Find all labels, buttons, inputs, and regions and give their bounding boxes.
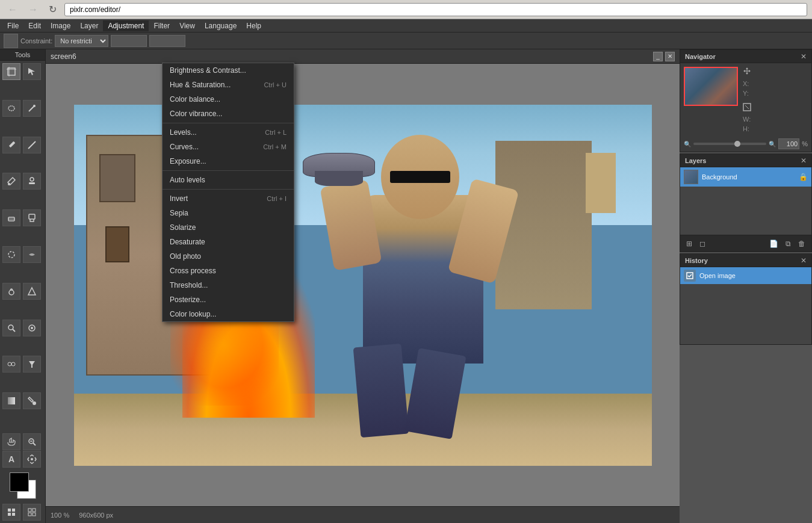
- navigator-panel: Navigator ✕: [680, 49, 812, 152]
- app-wrapper: ← → ↻ File Edit Image Layer Adjustment F…: [0, 0, 812, 523]
- menu-brightness-contrast[interactable]: Brightness & Contrast...: [163, 63, 294, 78]
- tool-grid1[interactable]: [2, 504, 20, 521]
- swatch-pair[interactable]: [10, 472, 36, 499]
- canvas-minimize-button[interactable]: _: [653, 52, 663, 61]
- layers-duplicate-button[interactable]: ⧉: [783, 238, 793, 249]
- menu-auto-levels[interactable]: Auto levels: [163, 173, 294, 187]
- menu-old-photo[interactable]: Old photo: [163, 249, 294, 264]
- menu-edit[interactable]: Edit: [23, 20, 46, 31]
- menu-invert[interactable]: Invert Ctrl + I: [163, 191, 294, 206]
- tool-triangle[interactable]: [23, 283, 41, 300]
- menu-layer[interactable]: Layer: [75, 20, 103, 31]
- menu-hue-saturation[interactable]: Hue & Saturation... Ctrl + U: [163, 78, 294, 92]
- layer-name: Background: [702, 173, 795, 181]
- layers-toolbar: ⊞ ◻ 📄 ⧉ 🗑: [680, 235, 811, 252]
- menu-adjustment[interactable]: Adjustment: [103, 20, 149, 31]
- refresh-button[interactable]: ↻: [46, 2, 60, 16]
- svg-point-15: [8, 252, 14, 258]
- tool-wand[interactable]: [23, 100, 41, 117]
- menu-color-lookup[interactable]: Color lookup...: [163, 307, 294, 321]
- svg-rect-37: [28, 513, 31, 516]
- layers-close-button[interactable]: ✕: [801, 156, 807, 165]
- menu-exposure[interactable]: Exposure...: [163, 154, 294, 169]
- tool-grid2[interactable]: [23, 504, 41, 521]
- scene-vehicle: [303, 153, 375, 195]
- menu-help[interactable]: Help: [241, 20, 266, 31]
- width-input[interactable]: [111, 35, 147, 47]
- menu-filter[interactable]: Filter: [149, 20, 175, 31]
- svg-line-5: [29, 107, 34, 111]
- canvas-titlebar: screen6 _ ✕: [46, 49, 680, 64]
- menu-color-balance[interactable]: Color balance...: [163, 92, 294, 107]
- foreground-color-swatch[interactable]: [10, 472, 29, 492]
- separator-2: [163, 170, 294, 171]
- tool-paint[interactable]: [23, 209, 41, 226]
- tool-redeye[interactable]: [2, 356, 20, 373]
- layer-lock-icon: 🔒: [799, 173, 808, 181]
- tool-brush[interactable]: [2, 173, 20, 190]
- canvas-close-button[interactable]: ✕: [665, 52, 675, 61]
- menu-threshold[interactable]: Threshold...: [163, 278, 294, 292]
- height-input[interactable]: [149, 35, 185, 47]
- layers-add-button[interactable]: 📄: [767, 238, 781, 249]
- tool-pan[interactable]: [23, 451, 41, 468]
- url-bar[interactable]: [64, 3, 807, 16]
- menu-cross-process[interactable]: Cross process: [163, 264, 294, 278]
- zoom-input[interactable]: [778, 138, 799, 149]
- layer-background[interactable]: Background 🔒: [680, 167, 811, 187]
- tool-eyedropper[interactable]: [23, 320, 41, 336]
- menu-color-vibrance[interactable]: Color vibrance...: [163, 107, 294, 121]
- menu-desaturate[interactable]: Desaturate: [163, 235, 294, 249]
- svg-line-8: [28, 141, 36, 149]
- layers-delete-button[interactable]: 🗑: [796, 238, 808, 249]
- tool-pencil[interactable]: [2, 137, 20, 153]
- history-panel-header: History ✕: [680, 254, 811, 267]
- tool-zoom2[interactable]: [23, 433, 41, 450]
- layers-add-adjustment-button[interactable]: ⊞: [684, 238, 695, 249]
- forward-button[interactable]: →: [25, 3, 41, 16]
- crop-tool-btn[interactable]: [4, 34, 18, 48]
- menu-file[interactable]: File: [2, 20, 23, 31]
- menu-sepia[interactable]: Sepia: [163, 206, 294, 220]
- tool-stamp[interactable]: [23, 173, 41, 190]
- menu-posterize[interactable]: Posterize...: [163, 292, 294, 307]
- menu-levels[interactable]: Levels... Ctrl + L: [163, 125, 294, 140]
- tool-gradient[interactable]: [2, 392, 20, 409]
- svg-point-4: [8, 106, 14, 111]
- tool-smudge[interactable]: [23, 246, 41, 263]
- tool-select[interactable]: [23, 63, 41, 80]
- tool-lasso[interactable]: [2, 100, 20, 117]
- history-open-image[interactable]: Open image: [680, 267, 811, 284]
- navigator-close-button[interactable]: ✕: [801, 52, 807, 61]
- tool-zoom[interactable]: [2, 320, 20, 336]
- history-close-button[interactable]: ✕: [801, 256, 807, 265]
- constraint-select[interactable]: No restricti Aspect ratio Fixed size: [55, 35, 108, 47]
- menu-curves[interactable]: Curves... Ctrl + M: [163, 140, 294, 154]
- menu-image[interactable]: Image: [46, 20, 75, 31]
- menu-language[interactable]: Language: [200, 20, 241, 31]
- svg-rect-25: [8, 397, 15, 404]
- main-area: Tools: [0, 49, 812, 523]
- layers-left-tools: ⊞ ◻: [684, 238, 708, 249]
- nav-y-label: Y:: [743, 90, 749, 97]
- tool-filter[interactable]: [23, 356, 41, 373]
- nav-y-coord: Y:: [743, 90, 808, 97]
- tool-crop[interactable]: [2, 63, 20, 80]
- tool-blur[interactable]: [2, 246, 20, 263]
- tool-fill[interactable]: [23, 392, 41, 409]
- zoom-slider[interactable]: [693, 143, 766, 145]
- menu-solarize[interactable]: Solarize: [163, 220, 294, 235]
- layers-add-mask-button[interactable]: ◻: [697, 238, 708, 249]
- zoom-in-icon[interactable]: 🔍: [769, 141, 776, 147]
- tool-line[interactable]: [23, 137, 41, 153]
- svg-rect-34: [12, 513, 15, 516]
- zoom-out-icon[interactable]: 🔍: [684, 141, 691, 147]
- toolbar: Constraint: No restricti Aspect ratio Fi…: [0, 32, 812, 49]
- svg-marker-24: [29, 361, 35, 368]
- tool-dodge[interactable]: [2, 283, 20, 300]
- back-button[interactable]: ←: [5, 3, 20, 16]
- menu-view[interactable]: View: [175, 20, 200, 31]
- tool-text[interactable]: A: [2, 451, 20, 468]
- tool-eraser[interactable]: [2, 209, 20, 226]
- tool-hand[interactable]: [2, 433, 20, 450]
